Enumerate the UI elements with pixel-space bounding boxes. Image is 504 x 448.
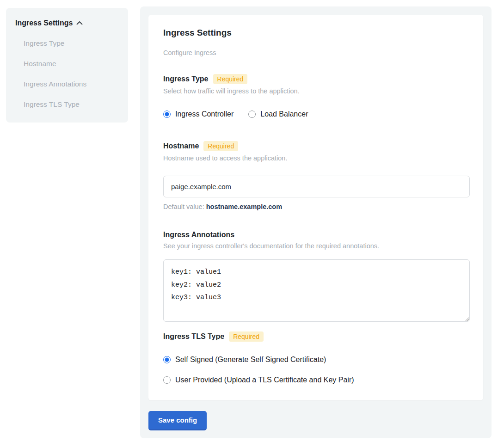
ingress-type-section: Ingress Type Required Select how traffic…: [163, 74, 468, 118]
hostname-label: Hostname: [163, 142, 199, 150]
hostname-input[interactable]: [163, 176, 470, 197]
radio-label: User Provided (Upload a TLS Certificate …: [175, 376, 354, 384]
chevron-up-icon: [76, 21, 83, 25]
sidebar-section-toggle[interactable]: Ingress Settings: [15, 19, 119, 27]
hostname-default-line: Default value: hostname.example.com: [163, 203, 468, 210]
sidebar-item-ingress-type[interactable]: Ingress Type: [24, 39, 119, 48]
ingress-settings-card: Ingress Settings Configure Ingress Ingre…: [148, 15, 483, 400]
ingress-type-radio-group: Ingress Controller Load Balancer: [163, 110, 468, 118]
ingress-type-help: Select how traffic will ingress to the a…: [163, 87, 468, 95]
page-subtitle: Configure Ingress: [163, 49, 468, 56]
save-config-button[interactable]: Save config: [148, 411, 207, 430]
radio-label: Ingress Controller: [175, 110, 234, 118]
ingress-tls-type-label: Ingress TLS Type: [163, 332, 224, 341]
radio-user-provided[interactable]: [163, 376, 171, 384]
radio-option-self-signed[interactable]: Self Signed (Generate Self Signed Certif…: [163, 356, 468, 364]
radio-option-user-provided[interactable]: User Provided (Upload a TLS Certificate …: [163, 376, 468, 384]
required-badge: Required: [229, 331, 264, 342]
ingress-annotations-section: Ingress Annotations See your ingress con…: [163, 231, 468, 322]
required-badge: Required: [203, 141, 238, 151]
page-title: Ingress Settings: [163, 28, 468, 38]
hostname-section: Hostname Required Hostname used to acces…: [163, 141, 468, 210]
default-value-text: hostname.example.com: [206, 203, 282, 210]
ingress-annotations-label: Ingress Annotations: [163, 231, 234, 239]
sidebar-item-ingress-annotations[interactable]: Ingress Annotations: [24, 80, 119, 88]
sidebar-section-title: Ingress Settings: [15, 19, 73, 27]
ingress-type-label: Ingress Type: [163, 75, 209, 83]
radio-option-ingress-controller[interactable]: Ingress Controller: [163, 110, 234, 118]
ingress-tls-type-section: Ingress TLS Type Required Self Signed (G…: [163, 331, 468, 384]
radio-label: Self Signed (Generate Self Signed Certif…: [175, 356, 326, 364]
ingress-annotations-help: See your ingress controller's documentat…: [163, 242, 468, 250]
radio-ingress-controller[interactable]: [163, 110, 171, 118]
sidebar-item-hostname[interactable]: Hostname: [24, 60, 119, 68]
hostname-help: Hostname used to access the application.: [163, 154, 468, 162]
radio-load-balancer[interactable]: [248, 110, 256, 118]
radio-self-signed[interactable]: [163, 356, 171, 363]
ingress-annotations-textarea[interactable]: key1: value1 key2: value2 key3: value3: [163, 259, 470, 322]
required-badge: Required: [213, 74, 248, 84]
settings-sidebar: Ingress Settings Ingress Type Hostname I…: [6, 8, 128, 123]
tls-radio-group: Self Signed (Generate Self Signed Certif…: [163, 356, 468, 384]
sidebar-item-ingress-tls-type[interactable]: Ingress TLS Type: [24, 100, 119, 109]
ingress-settings-panel: Ingress Settings Configure Ingress Ingre…: [140, 6, 492, 438]
sidebar-item-list: Ingress Type Hostname Ingress Annotation…: [15, 39, 119, 109]
default-value-prefix: Default value:: [163, 203, 204, 210]
radio-option-load-balancer[interactable]: Load Balancer: [248, 110, 308, 118]
radio-label: Load Balancer: [260, 110, 308, 118]
